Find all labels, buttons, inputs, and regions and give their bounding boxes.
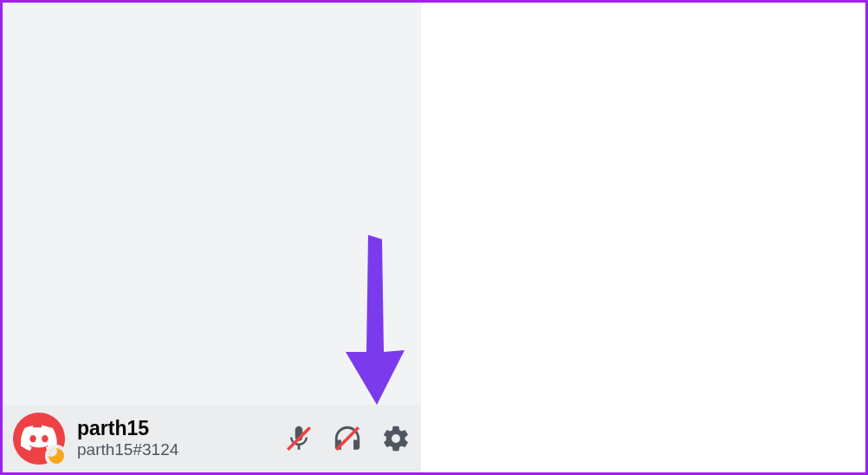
user-panel: parth15 parth15#3124 bbox=[3, 405, 421, 472]
mic-muted-icon bbox=[284, 424, 314, 453]
avatar-container[interactable] bbox=[13, 413, 65, 465]
annotation-arrow bbox=[334, 235, 411, 412]
user-tag-label: parth15#3124 bbox=[77, 440, 284, 460]
idle-status-icon bbox=[49, 448, 64, 464]
arrow-down-icon bbox=[334, 235, 411, 408]
username-label: parth15 bbox=[77, 417, 284, 439]
headset-deafened-icon bbox=[333, 424, 362, 453]
mute-button[interactable] bbox=[284, 424, 314, 453]
panel-controls bbox=[284, 424, 411, 453]
settings-button[interactable] bbox=[381, 424, 411, 453]
user-info[interactable]: parth15 parth15#3124 bbox=[77, 417, 284, 459]
status-badge bbox=[45, 445, 68, 467]
deafen-button[interactable] bbox=[333, 424, 362, 453]
gear-icon bbox=[381, 424, 411, 453]
